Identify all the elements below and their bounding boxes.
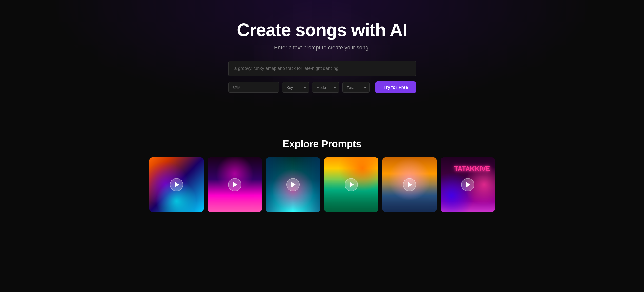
prompt-card-3[interactable] — [266, 158, 320, 212]
play-icon-5 — [408, 182, 412, 187]
explore-title: Explore Prompts — [5, 138, 639, 150]
hero-title: Create songs with AI — [237, 20, 407, 40]
play-icon-1 — [175, 182, 179, 187]
cards-grid: TATAKKIVE — [5, 158, 639, 214]
mode-select[interactable]: Mode Major Minor — [312, 82, 340, 93]
prompt-card-4[interactable] — [324, 158, 378, 212]
play-button-3[interactable] — [286, 178, 300, 191]
bpm-input[interactable] — [228, 82, 280, 93]
prompt-card-1[interactable] — [149, 158, 204, 212]
play-icon-6 — [466, 182, 470, 187]
play-icon-3 — [291, 182, 296, 187]
explore-section: Explore Prompts — [0, 128, 644, 224]
play-button-4[interactable] — [344, 178, 358, 191]
play-button-6[interactable] — [461, 178, 474, 191]
prompt-card-6[interactable]: TATAKKIVE — [440, 158, 495, 212]
hero-section: Create songs with AI Enter a text prompt… — [0, 0, 644, 128]
try-free-button[interactable]: Try for Free — [376, 81, 416, 93]
prompt-card-2[interactable] — [208, 158, 262, 212]
play-button-1[interactable] — [170, 178, 183, 191]
controls-row: Key C C# D D# E F F# G G# A A# B Mode Ma… — [228, 81, 416, 93]
play-button-2[interactable] — [228, 178, 242, 191]
play-button-5[interactable] — [403, 178, 416, 191]
hero-subtitle: Enter a text prompt to create your song. — [274, 45, 370, 51]
neon-text: TATAKKIVE — [454, 165, 490, 173]
prompt-card-5[interactable] — [382, 158, 437, 212]
key-select[interactable]: Key C C# D D# E F F# G G# A A# B — [282, 82, 309, 93]
play-icon-4 — [350, 182, 354, 187]
play-icon-2 — [233, 182, 238, 187]
speed-select[interactable]: Slow Medium Fast — [342, 82, 370, 93]
prompt-input[interactable] — [228, 61, 416, 76]
prompt-input-container — [228, 61, 416, 76]
page-wrapper: Create songs with AI Enter a text prompt… — [0, 0, 644, 224]
